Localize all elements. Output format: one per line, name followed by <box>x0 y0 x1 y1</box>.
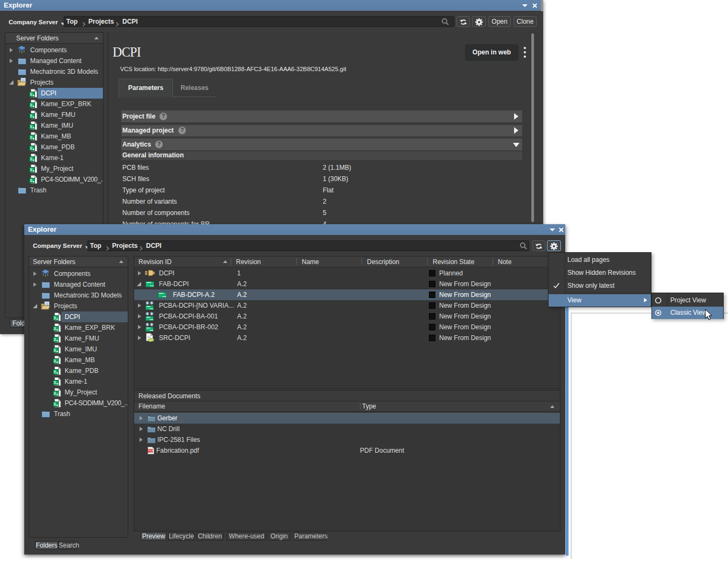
svg-text:PDF: PDF <box>148 449 154 452</box>
